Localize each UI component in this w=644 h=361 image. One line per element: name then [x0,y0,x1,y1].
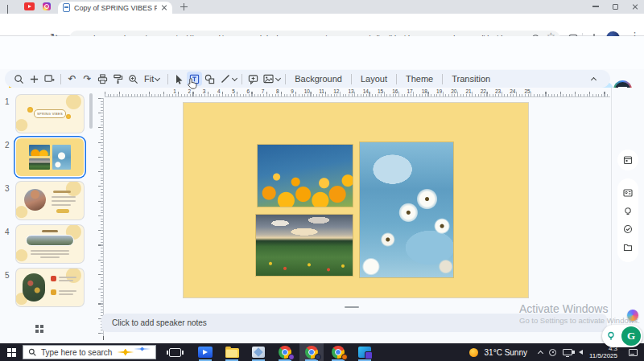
new-slide-plus-icon[interactable] [27,72,42,86]
ruler-number: 21 [464,88,472,94]
tab-close-icon[interactable] [161,5,167,11]
network-icon[interactable] [563,349,572,355]
side-panel-top-group [617,150,638,170]
redo-icon[interactable]: ↷ [80,72,95,86]
taskbar-app-chrome-3[interactable] [326,343,350,361]
search-icon [28,348,36,356]
lightbulb-icon[interactable] [604,329,618,343]
thumb3-photo [24,189,46,211]
photo-white-cosmos[interactable] [360,142,453,277]
horizontal-ruler: 1234567891011121314151617181920212223242… [105,89,610,97]
taskbar-app-photos[interactable] [246,343,270,361]
ruler-number: 23 [494,88,502,94]
tasks-icon[interactable] [623,224,633,234]
thumb2-photo [29,158,50,170]
ruler-number: 13 [347,88,354,94]
volume-icon[interactable] [579,350,583,355]
ruler-number: 11 [318,88,325,94]
search-menus-icon[interactable] [11,72,27,86]
new-tab-button[interactable] [180,3,188,10]
image-dropdown-icon[interactable] [275,75,281,80]
pinned-tab-youtube-icon[interactable] [24,2,35,10]
insert-comment-icon[interactable] [246,72,261,86]
tray-status-icon[interactable] [549,349,556,356]
slide-thumbnail-3[interactable] [16,182,84,219]
zoom-in-icon[interactable] [126,72,141,86]
recorder-g-icon[interactable]: G [621,326,641,346]
calendar-icon[interactable] [623,155,633,165]
new-slide-layout-icon[interactable] [42,72,57,86]
paint-format-icon[interactable] [110,72,126,86]
slide-number-5: 5 [5,271,10,280]
collapse-menus-icon[interactable] [591,77,597,83]
tray-expand-icon[interactable] [538,351,543,356]
extension-floating-icon[interactable] [627,310,638,321]
transition-button[interactable]: Transition [446,74,496,84]
pinned-tab-instagram-icon[interactable] [43,2,51,10]
slide-thumbnail-1[interactable]: SPRING VIBES [16,95,84,133]
layout-button[interactable]: Layout [355,74,393,84]
weather-sun-icon[interactable] [469,348,478,357]
window-close-button[interactable] [632,3,639,10]
ruler-number: 5 [231,88,236,94]
activate-windows-watermark: Activate Windows [519,302,608,315]
print-icon[interactable] [95,72,110,86]
screen-widget-pill[interactable]: G [602,325,642,347]
window-minimize-button[interactable] [592,6,599,6]
filmstrip-scrollbar[interactable] [89,93,93,129]
ruler-number: 25 [523,88,530,94]
thumb1-flower [66,114,71,119]
insert-image-icon[interactable] [261,72,276,86]
thumb2-photo [52,145,71,170]
toolbar: ↶ ↷ Fit Background Layout Theme Transiti… [5,70,610,88]
select-tool-icon[interactable] [171,72,187,86]
taskbar-search-box[interactable]: Type here to search [23,345,156,359]
shape-tool-icon[interactable] [202,72,217,86]
slide-thumbnail-2-selected[interactable] [16,138,84,176]
ruler-number: 6 [246,88,250,94]
line-dropdown-icon[interactable] [232,75,237,80]
contacts-icon[interactable] [623,188,633,198]
slide-thumbnail-4[interactable] [16,225,84,263]
taskbar-app-file-explorer[interactable] [220,343,244,361]
window-maximize-button[interactable] [613,4,618,10]
folder-icon[interactable] [623,243,633,252]
thumb1-title: SPRING VIBES [37,112,63,116]
slide-canvas[interactable] [184,103,528,297]
keep-icon[interactable] [623,207,633,216]
thumb1-flower [27,107,33,113]
grid-view-icon[interactable] [35,325,44,334]
browser-tab-strip: Copy of SPRING VIBES Presentation [0,0,644,14]
ruler-number: 10 [303,88,311,94]
thumb3-heading [53,191,71,193]
browser-address-bar: ← → ↻ docs.google.com/presentation/d/1ZF… [0,14,644,36]
notes-resize-handle[interactable] [345,306,359,308]
slide-thumbnail-5[interactable] [16,269,84,306]
active-tab[interactable]: Copy of SPRING VIBES Presentation [58,2,172,14]
screen: Copy of SPRING VIBES Presentation ← → ↻ … [0,0,644,361]
ruler-number: 16 [391,88,398,94]
thumb5-icon-yellow [51,289,56,295]
task-view-button[interactable] [163,343,187,361]
thumb3-button [56,209,69,213]
taskbar-app-chrome-1[interactable] [273,343,297,361]
theme-button[interactable]: Theme [400,74,439,84]
photo-orange-poppies[interactable] [258,145,353,207]
slide-number-1: 1 [5,97,10,106]
background-button[interactable]: Background [289,74,348,84]
start-button[interactable] [0,343,23,361]
zoom-select[interactable]: Fit [144,74,154,84]
photo-flower-meadow[interactable] [256,215,353,276]
slide-number-2: 2 [5,141,10,150]
zoom-dropdown-icon[interactable] [155,75,160,80]
line-tool-icon[interactable] [217,72,233,86]
thumb5-icon-red [51,276,56,281]
taskbar-app-movies[interactable] [193,343,217,361]
weather-text[interactable]: 31°C Sunny [485,348,527,357]
ruler-number: 3 [202,88,207,94]
action-center-icon[interactable] [629,349,638,356]
undo-icon[interactable]: ↶ [64,72,80,86]
taskbar-app-chrome-2-active[interactable] [299,343,324,361]
windows-taskbar: Type here to search 31°C Sunny 4:3 11/5/… [0,343,644,361]
taskbar-app-blue[interactable] [353,343,377,361]
